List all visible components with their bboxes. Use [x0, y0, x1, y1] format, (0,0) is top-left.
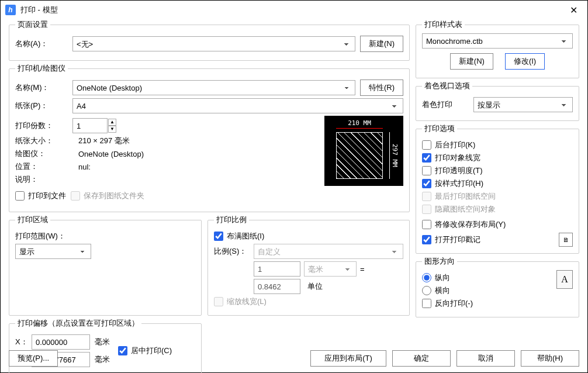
- close-icon[interactable]: ✕: [564, 5, 583, 16]
- orient-landscape-radio[interactable]: 横向: [422, 285, 556, 296]
- page-setup-name-label: 名称(A)：: [15, 39, 68, 49]
- stamp-settings-icon[interactable]: 🗎: [559, 233, 573, 247]
- location-label: 位置：: [15, 161, 74, 172]
- shaded-select[interactable]: 按显示: [473, 97, 573, 112]
- plot-style-select[interactable]: Monochrome.ctb: [422, 33, 573, 49]
- printer-name-label: 名称(M)：: [15, 82, 68, 93]
- scale-den-unit-label: 单位: [304, 281, 357, 292]
- orientation-icon: A: [556, 270, 573, 289]
- shaded-viewport-legend: 着色视口选项: [422, 81, 472, 91]
- style-new-button[interactable]: 新建(N): [450, 53, 493, 70]
- apply-to-layout-button[interactable]: 应用到布局(T): [310, 350, 386, 367]
- spin-down-icon[interactable]: ▼: [108, 126, 116, 133]
- print-area-group: 打印区域 打印范围(W)： 显示: [9, 215, 202, 316]
- print-scale-group: 打印比例 布满图纸(I) 比例(S)： 自定义 毫米 = 单位: [207, 215, 410, 316]
- ok-button[interactable]: 确定: [392, 350, 451, 367]
- opt-last-paperspace-check: 最后打印图纸空间: [422, 191, 573, 202]
- print-to-file-check[interactable]: 打印到文件: [15, 191, 66, 201]
- scale-lineweight-check: 缩放线宽(L): [214, 296, 403, 307]
- paper-select[interactable]: A4: [72, 98, 403, 113]
- help-button[interactable]: 帮助(H): [521, 350, 579, 367]
- copies-stepper[interactable]: ▲▼: [72, 118, 116, 133]
- desc-label: 说明：: [15, 174, 74, 185]
- copies-label: 打印份数：: [15, 120, 68, 131]
- printer-legend: 打印机/绘图仪: [15, 63, 68, 74]
- print-range-label: 打印范围(W)：: [15, 231, 65, 241]
- app-logo-icon: h: [5, 5, 16, 15]
- shaded-label: 着色打印: [422, 99, 469, 110]
- fit-to-paper-check[interactable]: 布满图纸(I): [214, 231, 403, 241]
- print-area-legend: 打印区域: [15, 215, 50, 225]
- dialog-footer: 预览(P)... 应用到布局(T) 确定 取消 帮助(H): [9, 350, 579, 367]
- offset-x-label: X：: [15, 337, 27, 347]
- scale-num-unit-select: 毫米: [304, 261, 357, 277]
- orient-portrait-radio[interactable]: 纵向: [422, 272, 556, 283]
- cancel-button[interactable]: 取消: [456, 350, 515, 367]
- paper-size-value: 210 × 297 毫米: [78, 136, 319, 146]
- opt-save-layout-check[interactable]: 将修改保存到布局(Y): [422, 219, 506, 230]
- copies-input[interactable]: [72, 118, 108, 133]
- plot-style-legend: 打印样式表: [422, 19, 465, 30]
- page-setup-group: 页面设置 名称(A)： <无> 新建(N): [9, 19, 410, 61]
- plotter-label: 绘图仪：: [15, 148, 74, 159]
- scale-num-input: [254, 261, 300, 277]
- plotter-value: OneNote (Desktop): [78, 150, 319, 158]
- style-modify-button[interactable]: 修改(I): [505, 53, 545, 70]
- plot-style-group: 打印样式表 Monochrome.ctb 新建(N) 修改(I): [416, 19, 579, 78]
- print-scale-legend: 打印比例: [214, 215, 249, 225]
- preview-width-label: 210 MM: [336, 119, 383, 129]
- opt-lineweight-check[interactable]: 打印对象线宽: [422, 153, 573, 163]
- paper-label: 纸张(P)：: [15, 101, 68, 111]
- equals-label: =: [360, 265, 365, 274]
- preview-paper-icon: [336, 132, 383, 179]
- paper-size-label: 纸张大小：: [15, 136, 74, 146]
- printer-props-button[interactable]: 特性(R): [360, 80, 403, 96]
- opt-by-style-check[interactable]: 按样式打印(H): [422, 178, 573, 189]
- preview-button[interactable]: 预览(P)...: [9, 350, 58, 367]
- page-setup-name-select[interactable]: <无>: [72, 36, 355, 51]
- orientation-group: 图形方向 纵向 横向 反向打印(-) A: [416, 256, 579, 317]
- print-dialog: h 打印 - 模型 ✕ 页面设置 名称(A)： <无> 新建(N) 打印机/绘图…: [0, 0, 588, 373]
- ratio-select: 自定义: [254, 244, 403, 259]
- shaded-viewport-group: 着色视口选项 着色打印 按显示: [416, 81, 579, 121]
- opt-background-check[interactable]: 后台打印(K): [422, 140, 573, 150]
- printer-group: 打印机/绘图仪 名称(M)： OneNote (Desktop) 特性(R) 纸…: [9, 63, 410, 212]
- print-offset-legend: 打印偏移（原点设置在可打印区域）: [15, 318, 141, 329]
- opt-transparency-check[interactable]: 打印透明度(T): [422, 165, 573, 176]
- save-to-sheet-check: 保存到图纸文件夹: [71, 191, 144, 201]
- orientation-legend: 图形方向: [422, 256, 457, 267]
- spin-up-icon[interactable]: ▲: [108, 119, 116, 126]
- printer-name-select[interactable]: OneNote (Desktop): [72, 80, 355, 95]
- print-options-legend: 打印选项: [422, 123, 457, 134]
- ratio-label: 比例(S)：: [214, 246, 249, 257]
- preview-height-label: 297 MM: [389, 132, 399, 179]
- opt-hide-paperspace-check: 隐藏图纸空间对象: [422, 204, 573, 215]
- orient-reverse-check[interactable]: 反向打印(-): [422, 298, 556, 309]
- print-range-select[interactable]: 显示: [15, 244, 91, 259]
- titlebar: h 打印 - 模型 ✕: [1, 1, 587, 19]
- location-value: nul:: [78, 163, 319, 171]
- window-title: 打印 - 模型: [20, 5, 564, 15]
- offset-x-input[interactable]: [32, 334, 90, 350]
- print-options-group: 打印选项 后台打印(K) 打印对象线宽 打印透明度(T) 按样式打印(H) 最后…: [416, 123, 579, 254]
- paper-preview: 210 MM 297 MM: [324, 116, 403, 186]
- page-setup-new-button[interactable]: 新建(N): [360, 36, 403, 52]
- offset-x-unit: 毫米: [95, 337, 110, 347]
- page-setup-legend: 页面设置: [15, 19, 50, 30]
- scale-den-input: [254, 279, 300, 294]
- opt-stamp-check[interactable]: 打开打印戳记: [422, 234, 480, 245]
